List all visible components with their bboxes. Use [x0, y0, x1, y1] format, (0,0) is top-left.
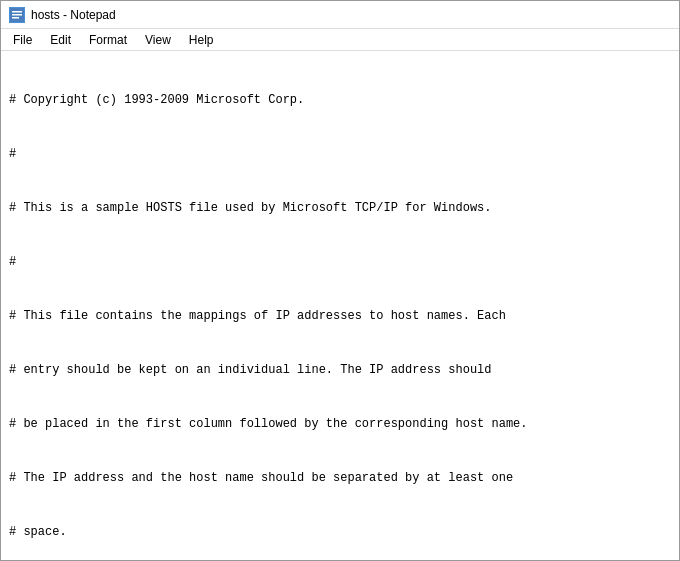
file-content: # Copyright (c) 1993-2009 Microsoft Corp…: [9, 55, 671, 560]
svg-rect-2: [12, 14, 22, 16]
menu-bar: File Edit Format View Help: [1, 29, 679, 51]
text-editor[interactable]: # Copyright (c) 1993-2009 Microsoft Corp…: [1, 51, 679, 560]
menu-file[interactable]: File: [5, 31, 40, 49]
line-5: # This file contains the mappings of IP …: [9, 307, 671, 325]
line-6: # entry should be kept on an individual …: [9, 361, 671, 379]
menu-edit[interactable]: Edit: [42, 31, 79, 49]
menu-format[interactable]: Format: [81, 31, 135, 49]
line-4: #: [9, 253, 671, 271]
window-title: hosts - Notepad: [31, 8, 116, 22]
app-icon: [9, 7, 25, 23]
svg-rect-1: [12, 11, 22, 13]
line-7: # be placed in the first column followed…: [9, 415, 671, 433]
line-3: # This is a sample HOSTS file used by Mi…: [9, 199, 671, 217]
notepad-window: hosts - Notepad File Edit Format View He…: [0, 0, 680, 561]
menu-view[interactable]: View: [137, 31, 179, 49]
line-2: #: [9, 145, 671, 163]
svg-rect-3: [12, 17, 19, 19]
menu-help[interactable]: Help: [181, 31, 222, 49]
line-8: # The IP address and the host name shoul…: [9, 469, 671, 487]
title-bar: hosts - Notepad: [1, 1, 679, 29]
line-9: # space.: [9, 523, 671, 541]
line-1: # Copyright (c) 1993-2009 Microsoft Corp…: [9, 91, 671, 109]
